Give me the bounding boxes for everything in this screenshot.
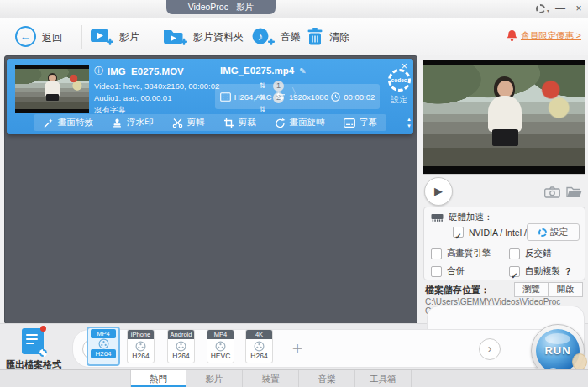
format-card-iphone[interactable]: iPhone H264 [127,329,155,363]
toolbar-divider [81,25,82,49]
source-file-name: ⓘ IMG_E0275.MOV [94,65,184,77]
info-icon[interactable]: ⓘ [94,65,103,77]
save-location-label: 檔案儲存位置： [425,284,490,296]
minimize-button[interactable]: — [553,2,568,15]
settings-gear-icon[interactable] [536,4,545,13]
category-tab-bar: 熱門 影片 裝置 音樂 工具箱 [0,369,588,387]
back-label[interactable]: 返回 [42,31,62,45]
check-icon: ✓ [454,232,461,241]
add-video-button[interactable]: 影片 [91,25,139,49]
rotate-tool[interactable]: 畫面旋轉 [275,117,325,128]
stamp-icon [112,118,123,128]
add-music-button[interactable]: ♪ 音樂 [252,25,301,49]
check-icon: ✓ [511,271,517,280]
add-video-label: 影片 [119,30,139,44]
open-button[interactable]: 開啟 [548,282,583,297]
scroll-down-icon[interactable]: ▼ [405,123,413,129]
formats-next-button[interactable]: › [479,338,501,360]
scissors-icon [172,118,183,128]
tab-toolbox[interactable]: 工具箱 [355,370,412,387]
gear-caret-icon[interactable]: ▾ [547,8,549,13]
codec-settings-button[interactable]: codec 設定 [386,69,412,106]
option-high-quality: 高畫質引擎 [431,248,491,259]
high-quality-checkbox[interactable] [431,248,442,259]
codec-gear-icon: codec [388,69,411,92]
format-card-mp4-h264[interactable]: MP4 H264 [87,327,120,366]
codec-settings-label: 設定 [386,94,412,106]
subtitle-tool[interactable]: 字幕 [344,117,377,128]
snapshot-camera-icon[interactable] [544,186,560,198]
watermark-tool[interactable]: 浮水印 [112,117,154,128]
format-top-label: 4K [246,330,272,339]
format-top-label: iPhone [128,330,154,339]
format-top-label: MP4 [207,330,234,339]
rotate-icon [275,118,286,128]
bell-icon [507,29,517,42]
title-bar: VideoProc - 影片 ▾ — × [0,0,588,18]
magic-wand-icon [43,118,54,128]
merge-checkbox[interactable] [431,266,442,277]
file-card[interactable]: × ⓘ IMG_E0275.MOV Video1: hevc, 3840x216… [7,59,413,134]
output-file-name[interactable]: IMG_E0275.mp4 ✎ [220,65,307,76]
output-codec: H264,AAC [220,92,272,102]
clock-icon [331,92,340,102]
output-duration: 00:00:02 [331,92,375,102]
file-thumbnail [15,65,89,113]
close-button[interactable]: × [571,2,586,15]
add-format-button[interactable]: ＋ [289,337,306,359]
format-bottom-label: H264 [132,352,149,361]
auto-copy-checkbox[interactable]: ✓ [509,266,520,277]
tab-device[interactable]: 裝置 [243,370,299,387]
option-deinterlace: 反交錯 [509,248,552,259]
member-promo-link[interactable]: 會員限定優惠 > [507,29,581,42]
reel-icon [176,341,186,352]
clear-button[interactable]: 清除 [307,25,349,49]
reel-icon [254,341,265,352]
rename-icon[interactable]: ✎ [299,66,306,76]
hw-settings-button[interactable]: 設定 [527,223,580,241]
crop-tool[interactable]: 剪裁 [223,117,256,128]
video-preview[interactable] [423,60,585,175]
merge-label: 合併 [447,265,465,277]
add-video-folder-label: 影片資料夾 [193,30,244,44]
format-bottom-label: H264 [172,352,189,361]
format-top-label: MP4 [91,329,116,338]
reel-icon [135,341,146,352]
clear-label: 清除 [329,30,349,44]
tab-music[interactable]: 音樂 [299,370,355,387]
card-scroll-arrows[interactable]: ▲ ▼ [405,116,413,129]
crop-icon [223,118,234,128]
reel-icon [98,338,109,349]
tab-video[interactable]: 影片 [186,370,243,387]
format-card-mp4-hevc[interactable]: MP4 HEVC [207,329,234,363]
format-card-4k[interactable]: 4K H264 [245,329,273,363]
gear-icon [39,349,47,357]
scroll-up-icon[interactable]: ▲ [405,116,413,123]
output-info-box: H264,AAC 1920x1080 00:00:02 [215,84,380,109]
effects-tool[interactable]: 畫面特效 [43,117,93,128]
open-folder-icon[interactable] [566,186,582,198]
browse-button[interactable]: 瀏覽 [514,282,549,297]
play-button[interactable]: ▶ [424,177,453,206]
trim-tool[interactable]: 剪輯 [172,117,205,128]
format-bottom-label: HEVC [211,352,231,361]
film-icon [220,92,231,102]
tab-hot[interactable]: 熱門 [130,370,186,387]
thumbnail-image [15,69,89,109]
auto-copy-label: 自動複製 [525,265,560,277]
resolution-icon [275,92,286,101]
hw-accel-label: 硬體加速： [449,212,493,223]
hw-settings-label: 設定 [550,227,568,238]
high-quality-label: 高畫質引擎 [447,248,491,259]
trash-icon [307,27,323,47]
reel-icon [215,341,226,352]
hw-accel-checkbox[interactable]: ✓ [453,227,464,238]
format-card-android[interactable]: Android H264 [167,329,195,363]
video-add-icon [91,27,113,47]
format-bottom-label: H264 [91,349,116,358]
add-video-folder-button[interactable]: 影片資料夾 [163,25,244,49]
back-button[interactable]: ← [15,26,36,47]
preview-frame [423,65,585,166]
help-icon[interactable]: ? [565,266,570,276]
deinterlace-checkbox[interactable] [509,248,520,259]
